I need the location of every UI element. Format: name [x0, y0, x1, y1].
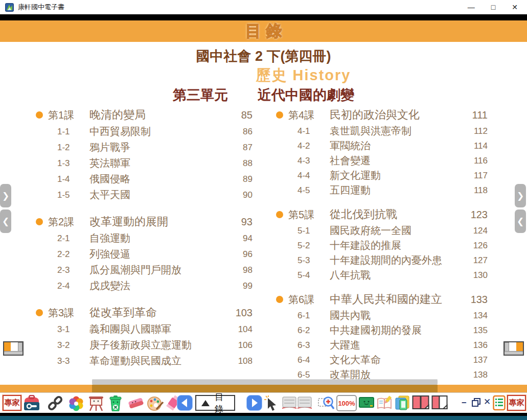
flip-forward-icon[interactable]: ❯ [0, 184, 11, 207]
double-page-icon[interactable] [412, 395, 429, 410]
section-page: 116 [459, 156, 488, 166]
window-maximize-icon[interactable]: □ [491, 4, 495, 11]
unit-title: 近代中國的劇變 [258, 86, 354, 104]
app-restore-icon[interactable] [472, 398, 480, 407]
section-number: 1-3 [57, 158, 89, 169]
bullet-icon [276, 296, 283, 303]
devices-icon[interactable] [394, 395, 410, 411]
section-title: 新文化運動 [330, 169, 459, 182]
prev-page-button[interactable] [177, 395, 193, 411]
flip-back-icon[interactable]: ❮ [0, 209, 11, 233]
toc-lesson-row[interactable]: 第2課改革運動的展開93 [33, 213, 253, 230]
toc-section-row[interactable]: 2-1自強運動94 [33, 230, 253, 246]
toc-section-row[interactable]: 2-2列強侵逼96 [33, 246, 253, 262]
section-number: 6-2 [297, 325, 330, 336]
section-title: 文化大革命 [330, 353, 459, 367]
toc-lesson-row[interactable]: 第6課中華人民共和國的建立133 [273, 291, 488, 308]
toc-lesson-row[interactable]: 第1課晚清的變局85 [33, 106, 253, 124]
toc-page: 國中社會 2 下(第四冊) 歷史 History 第三單元 近代中國的劇變 第1… [0, 42, 527, 392]
toc-lesson-block: 第4課民初的政治與文化1114-1袁世凱與洪憲帝制1124-2軍閥統治1144-… [273, 106, 488, 198]
zoom-magnifier-icon[interactable] [318, 395, 335, 411]
trash-icon[interactable] [107, 395, 124, 411]
toc-section-row[interactable]: 1-1中西貿易限制86 [33, 124, 253, 139]
link-icon[interactable] [47, 395, 63, 411]
toc-section-row[interactable]: 5-3十年建設期間的內憂外患127 [273, 253, 488, 268]
section-number: 4-4 [297, 171, 330, 181]
toc-section-row[interactable]: 2-3瓜分風潮與門戶開放98 [33, 262, 253, 278]
section-number: 5-3 [297, 255, 330, 266]
book-spread-icon[interactable] [281, 395, 313, 410]
blackboard-icon[interactable] [359, 395, 374, 410]
toc-lesson-row[interactable]: 第4課民初的政治與文化111 [273, 106, 488, 124]
toc-section-row[interactable]: 4-3社會變遷116 [273, 153, 488, 168]
toc-section-row[interactable]: 6-3大躍進136 [273, 338, 488, 353]
toc-section-row[interactable]: 4-5五四運動118 [273, 183, 488, 198]
section-title: 革命運動與民國成立 [89, 354, 224, 368]
section-page: 114 [459, 141, 488, 151]
toc-section-row[interactable]: 6-1國共內戰134 [273, 308, 488, 323]
notebook-icon[interactable] [376, 395, 393, 411]
lesson-title: 從改革到革命 [89, 305, 224, 320]
section-page: 98 [224, 265, 253, 275]
page-corner-right-icon[interactable] [503, 341, 524, 356]
horizontal-scrollbar[interactable] [92, 379, 438, 385]
bullet-icon [36, 111, 43, 119]
flip-forward-icon[interactable]: ❯ [515, 184, 526, 207]
zoom-level-button[interactable]: 100% [336, 395, 357, 411]
window-close-icon[interactable]: ✕ [512, 4, 518, 11]
section-page: 130 [459, 270, 488, 281]
toc-section-row[interactable]: 3-1義和團與八國聯軍104 [33, 321, 253, 337]
single-page-icon[interactable] [431, 395, 448, 410]
toc-section-row[interactable]: 4-1袁世凱與洪憲帝制112 [273, 124, 488, 138]
toc-section-row[interactable]: 4-4新文化運動117 [273, 168, 488, 183]
section-page: 106 [224, 340, 253, 351]
toc-section-row[interactable]: 1-5太平天國90 [33, 187, 253, 203]
toc-section-row[interactable]: 3-3革命運動與民國成立108 [33, 353, 253, 369]
section-page: 94 [224, 234, 253, 244]
toc-section-row[interactable]: 4-2軍閥統治114 [273, 138, 488, 153]
section-title: 列強侵逼 [89, 247, 224, 261]
cursor-icon[interactable] [264, 395, 279, 411]
section-number: 4-5 [297, 185, 330, 196]
toc-section-row[interactable]: 3-2庚子後新政與立憲運動106 [33, 337, 253, 353]
toolbox-icon[interactable] [22, 395, 41, 411]
app-minimize-icon[interactable]: – [462, 398, 466, 407]
window-minimize-icon[interactable]: — [468, 4, 475, 11]
toc-section-row[interactable]: 6-4文化大革命137 [273, 353, 488, 367]
section-number: 4-3 [297, 156, 330, 166]
toc-section-row[interactable]: 5-1國民政府統一全國124 [273, 223, 488, 238]
easel-icon[interactable] [87, 395, 105, 411]
toc-section-row[interactable]: 2-4戊戌變法99 [33, 278, 253, 294]
section-title: 袁世凱與洪憲帝制 [330, 124, 459, 138]
eraser-icon[interactable] [127, 395, 145, 411]
section-title: 瓜分風潮與門戶開放 [89, 263, 224, 277]
toc-section-row[interactable]: 6-2中共建國初期的發展135 [273, 323, 488, 338]
toc-section-row[interactable]: 5-2十年建設的推展126 [273, 238, 488, 253]
expert-mode-button[interactable]: 專家 [3, 395, 21, 411]
next-page-button[interactable] [246, 395, 262, 411]
section-title: 八年抗戰 [330, 268, 459, 282]
toc-column-right: 第4課民初的政治與文化1114-1袁世凱與洪憲帝制1124-2軍閥統治1144-… [273, 106, 488, 390]
section-number: 1-5 [57, 190, 89, 200]
toc-lesson-row[interactable]: 第5課從北伐到抗戰123 [273, 206, 488, 223]
section-number: 6-4 [297, 355, 330, 365]
toc-lesson-row[interactable]: 第3課從改革到革命103 [33, 304, 253, 321]
toc-section-row[interactable]: 1-3英法聯軍88 [33, 155, 253, 171]
lesson-page: 123 [459, 209, 488, 221]
lesson-number: 第4課 [288, 108, 330, 122]
app-close-icon[interactable]: ✕ [484, 398, 491, 406]
palette-icon[interactable] [146, 395, 164, 411]
color-wheel-icon[interactable] [67, 395, 85, 411]
toc-section-row[interactable]: 5-4八年抗戰130 [273, 268, 488, 283]
section-number: 1-2 [57, 143, 89, 153]
checklist-icon[interactable] [493, 395, 506, 411]
expert-mode-button-right[interactable]: 專家 [507, 395, 526, 411]
toc-section-row[interactable]: 1-4俄國侵略89 [33, 171, 253, 187]
toc-section-row[interactable]: 1-2鴉片戰爭87 [33, 139, 253, 155]
section-title: 俄國侵略 [89, 172, 224, 186]
unit-label: 第三單元 [173, 86, 228, 104]
flip-back-icon[interactable]: ❮ [515, 209, 526, 233]
page-corner-left-icon[interactable] [3, 341, 24, 356]
section-number: 5-4 [297, 270, 330, 281]
page-selector[interactable]: 目錄 [195, 395, 235, 411]
